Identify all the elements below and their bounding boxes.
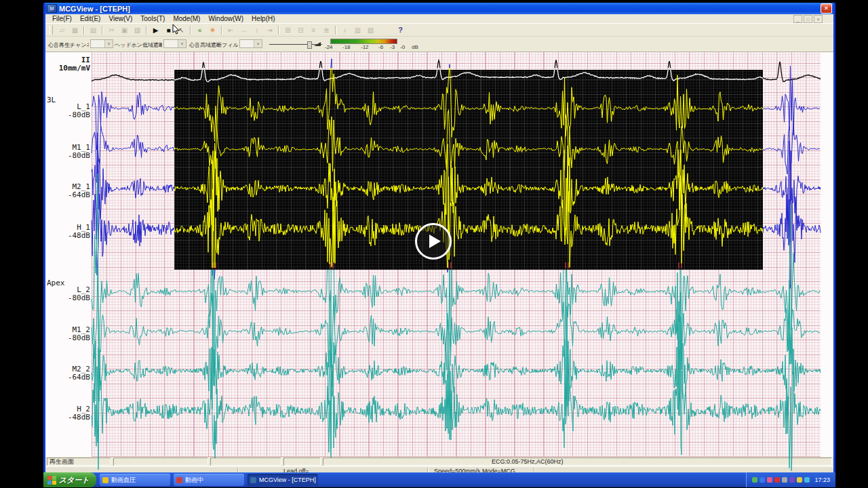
- channel-gain-H_1: -48dB: [45, 232, 90, 239]
- tray-icon[interactable]: [774, 477, 780, 483]
- event-tick: [450, 262, 452, 268]
- start-label: スタート: [59, 475, 90, 485]
- status-bar-upper: 再生画面 ECG:0.05-75Hz,AC(60Hz): [45, 457, 833, 466]
- ecg-filter-info: ECG:0.05-75Hz,AC(60Hz): [492, 458, 564, 465]
- page-first-icon: ⇤: [225, 25, 237, 35]
- ecg-lead-label: II: [45, 56, 90, 64]
- play-icon[interactable]: ▶: [150, 25, 161, 35]
- video-overlay: [174, 70, 763, 270]
- toolbar-separator: [335, 26, 336, 35]
- mdi-minimize-icon[interactable]: _: [793, 15, 802, 23]
- toolbar-separator: [146, 26, 147, 35]
- title-bar: M MCGView - [CTEPH] ×: [45, 3, 833, 14]
- channel-gain-M2_2: -64dB: [45, 373, 90, 381]
- task-button-label: 動画血圧: [111, 476, 136, 485]
- task-button[interactable]: MCGView - [CTEPH]: [248, 474, 318, 486]
- vu-meter-tick-label: dB: [412, 44, 418, 50]
- volume-wedge-icon: [314, 42, 321, 46]
- channel-gain-M2_1: -64dB: [45, 191, 90, 199]
- tray-icon[interactable]: [767, 477, 772, 483]
- vu-meter-tick-label: -24: [325, 44, 333, 50]
- menu-items: File(F)Edit(E)View(V)Tools(T)Mode(M)Wind…: [48, 15, 279, 22]
- task-button-icon: [250, 477, 256, 483]
- chevron-down-icon: ▾: [104, 40, 113, 47]
- mouse-cursor: [172, 24, 180, 37]
- screen: { "window": { "title": "MCGView - [CTEPH…: [0, 0, 868, 488]
- close-button[interactable]: ×: [821, 3, 832, 14]
- vu-meter-tick-label: -0: [400, 44, 405, 50]
- report-icon: ▥: [352, 25, 363, 35]
- taskbar-clock: 17:23: [814, 476, 830, 483]
- menu-tools[interactable]: Tools(T): [136, 15, 169, 22]
- copy-icon: ▣: [119, 25, 130, 35]
- headphone-lowcut-select[interactable]: ▾: [163, 39, 186, 48]
- video-play-button[interactable]: [415, 223, 452, 260]
- channel-gain-M1_2: -80dB: [45, 334, 90, 342]
- mdi-close-icon[interactable]: ×: [814, 15, 823, 23]
- menu-bar: File(F)Edit(E)View(V)Tools(T)Mode(M)Wind…: [45, 14, 833, 23]
- vu-meter-tick-label: -12: [361, 44, 369, 50]
- event-tick: [681, 262, 682, 268]
- event-tick: [568, 262, 569, 268]
- save-icon: ▦: [69, 25, 81, 35]
- highcut-filter-select[interactable]: ▾: [239, 39, 262, 48]
- tray-icon[interactable]: [789, 477, 795, 483]
- cut-icon: ✂: [106, 25, 117, 35]
- rewind-icon[interactable]: «: [194, 25, 205, 35]
- vu-meter-tick-label: -18: [342, 44, 351, 50]
- help-icon[interactable]: ?: [395, 25, 406, 35]
- menu-mode[interactable]: Mode(M): [169, 15, 204, 22]
- channel-label-M2_2: M2_2: [45, 365, 90, 373]
- tray-icon[interactable]: [782, 477, 787, 483]
- scale-icon: ≡: [308, 25, 319, 35]
- print-icon: ▤: [87, 25, 99, 35]
- tray-icon[interactable]: [760, 477, 765, 483]
- settings-icon: ▧: [365, 25, 376, 35]
- menu-file[interactable]: File(F): [48, 15, 76, 22]
- task-button-icon: [176, 477, 182, 483]
- toolbar-separator: [83, 26, 85, 35]
- open-icon: ▱: [56, 25, 68, 35]
- volume-slider[interactable]: [269, 42, 322, 47]
- toolbar-grip: [50, 25, 53, 35]
- highcut-filter-label: 心音高域遮断フィルタ:: [189, 41, 238, 49]
- vu-meter-tick-label: -3: [390, 44, 395, 50]
- channel-label-H_1: H_1: [45, 224, 90, 231]
- zoom-in-icon: ⊞: [282, 25, 294, 35]
- channel-label-M2_1: M2_1: [45, 183, 90, 190]
- menu-view[interactable]: View(V): [104, 15, 136, 22]
- play-icon: [429, 235, 441, 248]
- task-button-label: MCGView - [CTEPH]: [259, 476, 316, 483]
- start-button[interactable]: スタート: [43, 472, 96, 487]
- toolbar-separator: [190, 26, 191, 35]
- menu-edit[interactable]: Edit(E): [76, 15, 105, 22]
- toolbar-separator: [221, 26, 222, 35]
- task-buttons: 動画血圧動画中MCGView - [CTEPH]: [96, 474, 318, 486]
- ecg-gain-label: 10mm/mV: [45, 64, 90, 72]
- zoom-out-icon: ⊟: [295, 25, 307, 35]
- task-button[interactable]: 動画血圧: [100, 474, 170, 486]
- mdi-restore-icon[interactable]: □: [804, 15, 812, 23]
- volume-slider-thumb[interactable]: [307, 41, 312, 49]
- menu-help[interactable]: Help(H): [248, 15, 279, 22]
- vu-meter-tick-label: -6: [378, 44, 383, 50]
- toolbar-icons: ▱▦▤✂▣▨▶■↖«✳⇤↔↕⇥⊞⊟≡≣♪▥▧: [56, 25, 377, 35]
- task-button-icon: [102, 477, 108, 483]
- group-label-apex: Apex: [47, 279, 65, 287]
- control-bar: 心音再生チャンネル: ▾ ヘッドホン低域遮断フィルタ: ▾ 心音高域遮断フィルタ…: [45, 37, 833, 52]
- event-tick: [565, 262, 566, 268]
- task-button[interactable]: 動画中: [174, 474, 244, 486]
- menu-window[interactable]: Window(W): [204, 15, 248, 22]
- tray-icon[interactable]: [752, 477, 757, 483]
- channel-label-H_2: H_2: [45, 405, 90, 413]
- page-prev-icon: ↔: [238, 25, 250, 35]
- tray-icon[interactable]: [804, 477, 810, 483]
- window-title: MCGView - [CTEPH]: [59, 5, 821, 13]
- event-marker-icon[interactable]: ✳: [207, 25, 218, 35]
- channel-label-M1_1: M1_1: [45, 144, 90, 151]
- event-tick: [330, 262, 331, 268]
- channel-gain-H_2: -48dB: [45, 413, 90, 421]
- playback-channel-select[interactable]: ▾: [90, 39, 113, 48]
- mdi-window-controls: _□×: [793, 15, 823, 23]
- tray-icon[interactable]: [797, 477, 802, 483]
